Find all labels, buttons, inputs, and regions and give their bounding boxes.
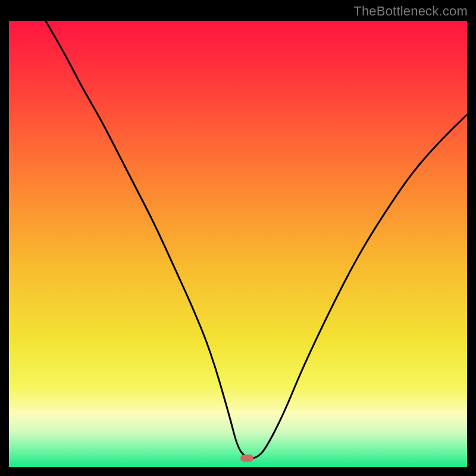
chart-frame: TheBottleneck.com bbox=[0, 0, 476, 476]
curve-path bbox=[46, 21, 467, 458]
bottleneck-curve bbox=[9, 21, 467, 467]
plot-area bbox=[9, 21, 467, 467]
optimal-marker bbox=[240, 455, 253, 462]
watermark-text: TheBottleneck.com bbox=[353, 4, 468, 19]
